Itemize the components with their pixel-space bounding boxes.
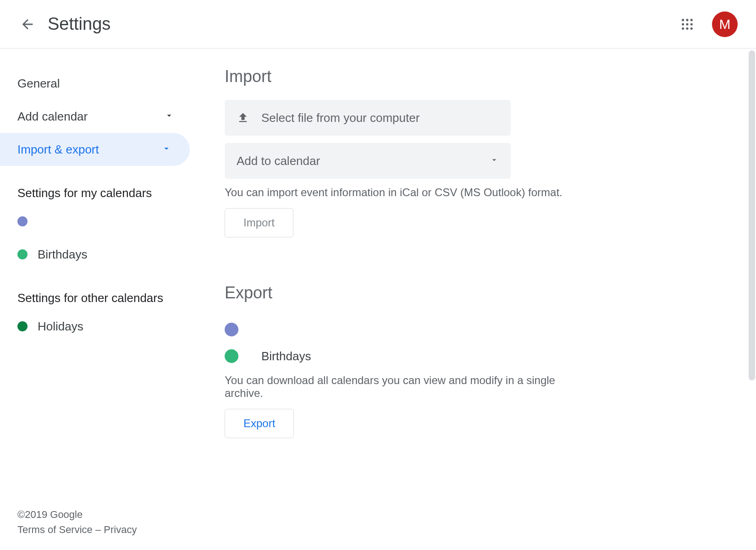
calendar-color-dot [17, 321, 28, 331]
add-to-calendar-dropdown[interactable]: Add to calendar [225, 143, 511, 179]
back-arrow-button[interactable] [18, 15, 37, 33]
dropdown-arrow-icon [490, 155, 499, 166]
export-helper-text: You can download all calendars you can v… [225, 374, 573, 400]
copyright: ©2019 Google [17, 507, 137, 522]
svg-point-3 [682, 23, 684, 25]
terms-link[interactable]: Terms of Service [17, 524, 93, 535]
apps-menu-button[interactable] [679, 16, 695, 33]
export-title: Export [225, 283, 724, 302]
export-calendar-row: Birthdays [225, 343, 724, 369]
arrow-back-icon [20, 16, 35, 32]
calendar-item-birthdays[interactable]: Birthdays [0, 238, 193, 271]
page-title: Settings [48, 14, 110, 34]
export-section: Export Birthdays You can download all ca… [225, 283, 724, 438]
import-helper-text: You can import event information in iCal… [225, 186, 573, 199]
add-to-calendar-label: Add to calendar [237, 154, 320, 168]
export-calendar-row [225, 316, 724, 343]
header: Settings M [0, 0, 756, 49]
select-file-label: Select file from your computer [261, 111, 419, 125]
svg-point-8 [690, 27, 693, 29]
upload-icon [237, 111, 249, 124]
calendar-item-holidays[interactable]: Holidays [0, 310, 193, 343]
svg-point-7 [686, 27, 688, 29]
sidebar-section-my-calendars: Settings for my calendars [0, 186, 193, 200]
avatar-initial: M [719, 16, 731, 32]
calendar-item-label: Birthdays [38, 248, 87, 262]
avatar-button[interactable]: M [712, 11, 738, 37]
calendar-item[interactable] [0, 205, 193, 238]
sidebar: General Add calendar Import & export Set… [0, 49, 193, 550]
import-section: Import Select file from your computer Ad… [225, 67, 724, 237]
sidebar-section-other-calendars: Settings for other calendars [0, 291, 193, 305]
svg-point-4 [686, 23, 688, 25]
calendar-color-dot [225, 323, 238, 336]
import-button[interactable]: Import [225, 208, 293, 237]
export-calendar-label: Birthdays [261, 349, 311, 363]
scrollbar[interactable] [749, 50, 755, 380]
apps-grid-icon [681, 18, 694, 31]
privacy-link[interactable]: Privacy [104, 524, 137, 535]
svg-point-1 [686, 19, 688, 21]
calendar-color-dot [17, 216, 28, 226]
sidebar-item-add-calendar[interactable]: Add calendar [0, 100, 193, 133]
sidebar-item-import-export[interactable]: Import & export [0, 133, 190, 166]
svg-point-6 [682, 27, 684, 29]
calendar-color-dot [225, 349, 238, 363]
main-content: Import Select file from your computer Ad… [193, 49, 756, 550]
export-button[interactable]: Export [225, 409, 294, 438]
calendar-color-dot [17, 249, 28, 259]
sidebar-item-label: Add calendar [17, 110, 88, 124]
chevron-down-icon [164, 110, 174, 124]
calendar-item-label: Holidays [38, 319, 83, 334]
select-file-row[interactable]: Select file from your computer [225, 100, 511, 136]
svg-point-5 [690, 23, 693, 25]
svg-point-0 [682, 19, 684, 21]
sidebar-item-label: Import & export [17, 143, 99, 157]
sidebar-item-label: General [17, 77, 60, 91]
import-title: Import [225, 67, 724, 86]
chevron-down-icon [161, 143, 171, 157]
svg-point-2 [690, 19, 693, 21]
sidebar-item-general[interactable]: General [0, 67, 193, 100]
footer: ©2019 Google Terms of Service – Privacy [17, 507, 137, 537]
